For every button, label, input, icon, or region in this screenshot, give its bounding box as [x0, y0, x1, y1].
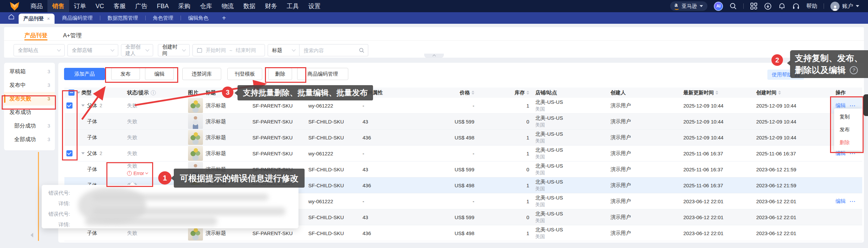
publish-button[interactable]: 发布 — [111, 68, 140, 80]
top-menu-item[interactable]: 物流 — [217, 0, 239, 12]
workspace-tab[interactable]: 产品刊登 × — [19, 14, 55, 24]
action-menu-item[interactable]: 删除 — [834, 136, 863, 149]
headset-icon[interactable] — [792, 2, 800, 10]
home-icon[interactable] — [8, 14, 15, 21]
expand-caret-icon[interactable] — [81, 104, 85, 107]
header-status[interactable]: 状态/提示i — [127, 90, 188, 96]
new-tab-button[interactable]: + — [216, 12, 232, 24]
header-created[interactable]: 创建时间 — [756, 90, 831, 96]
search-icon[interactable] — [729, 2, 737, 10]
top-menu-item[interactable]: 商品 — [26, 0, 47, 12]
select-all-checkbox[interactable] — [68, 90, 75, 96]
row-checkbox[interactable] — [66, 150, 73, 156]
top-menu-item[interactable]: 工具 — [282, 0, 304, 12]
top-menu-item[interactable]: 财务 — [260, 0, 282, 12]
top-menu-item[interactable]: FBA — [152, 0, 173, 12]
filter-collapse-handle[interactable] — [424, 54, 444, 58]
sort-icon[interactable] — [472, 91, 474, 95]
sidebar-item[interactable]: 全部成功 3 — [4, 133, 55, 146]
action-menu-item[interactable]: 复制 — [834, 110, 863, 123]
row-title[interactable]: 演示标题 — [206, 134, 252, 141]
workspace-tab[interactable]: 角色管理 — [145, 12, 181, 24]
marketplace-switcher[interactable]: a 亚马逊 — [670, 1, 707, 11]
header-price[interactable]: 价格 — [446, 90, 478, 96]
product-thumbnail[interactable] — [188, 98, 203, 113]
store-select[interactable]: 全部店铺 — [67, 44, 118, 56]
row-type: 父体 — [87, 150, 97, 157]
listing-template-button[interactable]: 刊登模板 — [227, 68, 262, 80]
expand-caret-icon[interactable] — [81, 152, 85, 154]
row-title[interactable]: 演示标题 — [206, 118, 252, 125]
table-row[interactable]: 父体 2 失败 ! 演示标题 SF-PARENT-SKU wy- — [64, 98, 862, 114]
download-icon[interactable] — [764, 2, 772, 10]
ai-assistant-button[interactable]: AI — [714, 2, 723, 11]
header-type[interactable]: 类型 — [81, 90, 127, 96]
workspace-tab[interactable]: 数据范围管理 — [100, 12, 145, 24]
site-select[interactable]: 全部站点 — [14, 44, 65, 56]
question-circle-icon[interactable]: ? — [850, 66, 858, 74]
row-title[interactable]: 演示标题 — [206, 102, 252, 109]
workspace-tab[interactable]: 商品编码管理 — [55, 12, 100, 24]
date-range-picker[interactable]: 开始时间 ~ 结束时间 — [192, 44, 265, 56]
header-stock[interactable]: 库存 — [478, 90, 533, 96]
edit-button[interactable]: 编辑 — [145, 68, 174, 80]
row-edit-link[interactable]: 编辑 — [835, 102, 846, 109]
row-checkbox[interactable] — [66, 102, 73, 109]
account-menu[interactable]: 账户 — [830, 2, 859, 11]
time-type-select[interactable]: 创建时间 — [158, 44, 190, 56]
row-edit-link[interactable]: 编辑 — [835, 198, 846, 205]
row-more-button[interactable]: ··· — [850, 198, 856, 204]
creator-select[interactable]: 全部创建人 — [121, 44, 153, 56]
sort-icon[interactable] — [526, 91, 529, 95]
help-link[interactable]: 帮助 — [806, 3, 817, 10]
product-thumbnail[interactable] — [188, 114, 203, 129]
header-updated[interactable]: 最新更新时间 — [683, 90, 756, 96]
drawer-handle[interactable] — [863, 94, 868, 116]
table-row[interactable]: 子体 失败 ! 演示标题 SF-PARENT-SKU SF-C — [64, 114, 862, 130]
close-icon[interactable]: × — [47, 16, 50, 21]
sort-icon[interactable] — [716, 91, 718, 95]
row-stock: 0 — [478, 167, 533, 172]
product-code-button[interactable]: 商品编码管理 — [297, 68, 348, 80]
top-menu-item[interactable]: 客服 — [109, 0, 130, 12]
row-more-button[interactable]: ··· — [850, 151, 856, 156]
top-menu-item[interactable]: 仓库 — [195, 0, 217, 12]
row-title[interactable]: 演示标题 — [206, 230, 252, 236]
top-menu-item[interactable]: 设置 — [304, 0, 325, 12]
top-menu-item[interactable]: 采购 — [173, 0, 195, 12]
panel-collapse-arrow[interactable] — [30, 233, 33, 237]
top-menu-item[interactable]: 广告 — [130, 0, 152, 12]
sort-icon[interactable] — [778, 91, 781, 95]
row-more-button[interactable]: ··· — [850, 103, 856, 109]
search-input[interactable] — [303, 47, 359, 54]
product-thumbnail[interactable] — [188, 130, 203, 145]
banned-words-button[interactable]: 违禁词库 — [182, 68, 221, 80]
workspace-tab[interactable]: 编辑角色 — [181, 12, 216, 24]
sidebar-item[interactable]: 发布中 3 — [4, 78, 55, 92]
apps-grid-icon[interactable] — [750, 2, 758, 10]
bell-icon[interactable] — [778, 2, 786, 10]
subtab[interactable]: 产品刊登 — [24, 32, 47, 40]
search-type-select[interactable]: 标题 — [268, 44, 299, 56]
fox-logo-icon[interactable] — [9, 2, 20, 11]
search-icon[interactable] — [359, 47, 365, 53]
sidebar-item[interactable]: 部分成功 3 — [4, 119, 55, 133]
table-row[interactable]: 父体 2 失败 ! 演示标题 SF-PARENT-SKU wy- — [64, 146, 862, 161]
chevron-down-icon[interactable] — [77, 92, 80, 94]
action-menu-item[interactable]: 发布 — [834, 123, 863, 136]
sidebar-item[interactable]: 发布失败 3 — [4, 92, 55, 106]
top-menu-item[interactable]: 数据 — [239, 0, 260, 12]
subtab[interactable]: A+管理 — [63, 32, 82, 40]
top-menu-item[interactable]: 销售 — [47, 0, 69, 12]
top-menu-item[interactable]: 订单 — [69, 0, 91, 12]
product-thumbnail[interactable] — [188, 146, 203, 161]
delete-button[interactable]: 删除 — [268, 68, 292, 80]
add-product-button[interactable]: 添加产品 — [64, 68, 105, 80]
sidebar-item[interactable]: 草稿箱 3 — [4, 65, 55, 78]
row-edit-link[interactable]: 编辑 — [835, 150, 846, 157]
table-row[interactable]: 子体 失败 ! 演示标题 SF-PARENT-SKU SF-C — [64, 130, 862, 146]
top-menu-item[interactable]: VC — [91, 0, 109, 12]
panel-splitter[interactable] — [38, 152, 39, 241]
sidebar-item[interactable]: 发布成功 — [4, 106, 55, 119]
row-title[interactable]: 演示标题 — [206, 150, 252, 157]
